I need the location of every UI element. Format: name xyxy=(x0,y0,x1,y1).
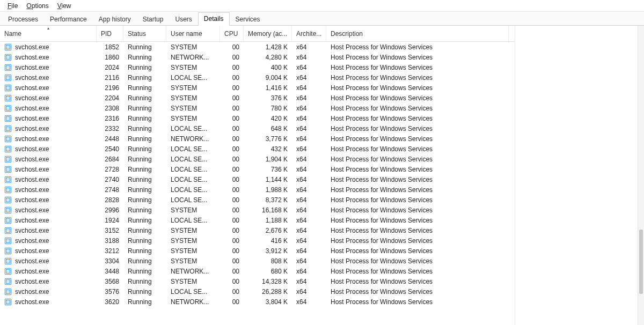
svg-rect-45 xyxy=(6,269,10,273)
col-header-name[interactable]: ▴Name xyxy=(0,26,97,41)
cell-desc-text: Host Process for Windows Services xyxy=(331,145,433,153)
cell-arch: x64 xyxy=(292,186,326,194)
cell-pid-text: 3576 xyxy=(105,288,119,296)
cell-status-text: Running xyxy=(128,125,152,132)
cell-name: svchost.exe xyxy=(0,206,97,214)
tab-processes[interactable]: Processes xyxy=(2,13,44,26)
table-row[interactable]: svchost.exe1860RunningNETWORK...004,280 … xyxy=(0,52,515,62)
cell-cpu-text: 00 xyxy=(232,166,239,173)
scrollbar-thumb[interactable] xyxy=(639,230,643,294)
table-row[interactable]: svchost.exe2024RunningSYSTEM00400 Kx64Ho… xyxy=(0,62,515,72)
cell-status-text: Running xyxy=(128,54,152,61)
tab-details[interactable]: Details xyxy=(198,12,230,26)
cell-user: SYSTEM xyxy=(166,115,220,122)
table-row[interactable]: svchost.exe2828RunningLOCAL SE...008,372… xyxy=(0,195,515,205)
table-row[interactable]: svchost.exe2740RunningLOCAL SE...001,144… xyxy=(0,174,515,184)
cell-pid: 2684 xyxy=(97,156,123,163)
table-row[interactable]: svchost.exe2116RunningLOCAL SE...009,004… xyxy=(0,72,515,83)
process-icon xyxy=(4,156,12,163)
table-row[interactable]: svchost.exe1924RunningLOCAL SE...001,188… xyxy=(0,215,515,225)
menu-view[interactable]: View xyxy=(53,1,76,11)
cell-arch-text: x64 xyxy=(296,257,306,265)
table-row[interactable]: svchost.exe2196RunningSYSTEM001,416 Kx64… xyxy=(0,83,515,93)
col-header-user[interactable]: User name xyxy=(166,26,220,41)
table-row[interactable]: svchost.exe2996RunningSYSTEM0016,168 Kx6… xyxy=(0,205,515,215)
cell-pid: 3448 xyxy=(97,268,123,275)
cell-name-text: svchost.exe xyxy=(15,268,49,275)
cell-desc-text: Host Process for Windows Services xyxy=(331,43,433,51)
cell-user: LOCAL SE... xyxy=(166,196,220,204)
table-row[interactable]: svchost.exe3620RunningNETWORK...003,804 … xyxy=(0,297,515,307)
tab-performance[interactable]: Performance xyxy=(44,13,93,26)
process-icon xyxy=(4,237,12,245)
process-rows[interactable]: svchost.exe1852RunningSYSTEM001,428 Kx64… xyxy=(0,42,515,325)
cell-mem-text: 1,428 K xyxy=(266,43,288,51)
cell-status: Running xyxy=(123,206,166,214)
col-header-arch[interactable]: Archite... xyxy=(292,26,326,41)
cell-user: NETWORK... xyxy=(166,135,220,143)
menu-file[interactable]: File xyxy=(3,1,22,11)
cell-arch-text: x64 xyxy=(296,298,306,306)
cell-cpu: 00 xyxy=(220,257,244,265)
cell-name: svchost.exe xyxy=(0,227,97,234)
cell-pid: 2448 xyxy=(97,135,123,143)
cell-name: svchost.exe xyxy=(0,217,97,224)
cell-status-text: Running xyxy=(128,176,152,183)
cell-user-text: LOCAL SE... xyxy=(171,125,207,132)
tab-services[interactable]: Services xyxy=(230,13,266,26)
cell-status-text: Running xyxy=(128,115,152,122)
svg-rect-29 xyxy=(6,188,10,191)
cell-arch: x64 xyxy=(292,247,326,255)
table-row[interactable]: svchost.exe2748RunningLOCAL SE...001,988… xyxy=(0,184,515,195)
vertical-scrollbar[interactable] xyxy=(638,26,644,325)
cell-desc: Host Process for Windows Services xyxy=(326,247,509,255)
table-row[interactable]: svchost.exe2332RunningLOCAL SE...00648 K… xyxy=(0,123,515,134)
table-row[interactable]: svchost.exe1852RunningSYSTEM001,428 Kx64… xyxy=(0,42,515,52)
cell-pid-text: 2996 xyxy=(105,206,119,214)
table-row[interactable]: svchost.exe3188RunningSYSTEM00416 Kx64Ho… xyxy=(0,235,515,246)
cell-user: LOCAL SE... xyxy=(166,156,220,163)
table-row[interactable]: svchost.exe2684RunningLOCAL SE...001,904… xyxy=(0,154,515,164)
cell-status: Running xyxy=(123,145,166,153)
cell-cpu: 00 xyxy=(220,196,244,204)
cell-cpu: 00 xyxy=(220,217,244,224)
table-row[interactable]: svchost.exe2540RunningLOCAL SE...00432 K… xyxy=(0,144,515,154)
cell-mem: 1,144 K xyxy=(244,176,292,183)
col-header-cpu[interactable]: CPU xyxy=(220,26,244,41)
table-row[interactable]: svchost.exe3212RunningSYSTEM003,912 Kx64… xyxy=(0,246,515,256)
cell-desc-text: Host Process for Windows Services xyxy=(331,247,433,255)
cell-mem: 376 K xyxy=(244,94,292,102)
cell-desc: Host Process for Windows Services xyxy=(326,94,509,102)
table-row[interactable]: svchost.exe3304RunningSYSTEM00808 Kx64Ho… xyxy=(0,256,515,266)
table-row[interactable]: svchost.exe3568RunningSYSTEM0014,328 Kx6… xyxy=(0,276,515,286)
table-row[interactable]: svchost.exe2728RunningLOCAL SE...00736 K… xyxy=(0,164,515,174)
tab-label: Users xyxy=(175,16,192,23)
cell-arch: x64 xyxy=(292,156,326,163)
cell-pid-text: 2828 xyxy=(105,196,119,204)
tab-app-history[interactable]: App history xyxy=(93,13,137,26)
col-header-desc[interactable]: Description xyxy=(326,26,509,41)
tab-users[interactable]: Users xyxy=(169,13,197,26)
menu-options[interactable]: Options xyxy=(22,1,53,11)
table-row[interactable]: svchost.exe2316RunningSYSTEM00420 Kx64Ho… xyxy=(0,113,515,123)
cell-status-text: Running xyxy=(128,257,152,265)
svg-rect-11 xyxy=(6,96,10,100)
cell-user: SYSTEM xyxy=(166,84,220,92)
cell-user-text: SYSTEM xyxy=(171,64,197,71)
cell-arch: x64 xyxy=(292,125,326,132)
table-row[interactable]: svchost.exe2308RunningSYSTEM00780 Kx64Ho… xyxy=(0,103,515,113)
cell-desc-text: Host Process for Windows Services xyxy=(331,115,433,122)
cell-mem-text: 432 K xyxy=(271,145,288,153)
col-header-mem[interactable]: Memory (ac... xyxy=(244,26,292,41)
col-header-status[interactable]: Status xyxy=(123,26,166,41)
tab-startup[interactable]: Startup xyxy=(137,13,170,26)
table-row[interactable]: svchost.exe2448RunningNETWORK...003,776 … xyxy=(0,134,515,144)
cell-mem-text: 808 K xyxy=(271,257,288,265)
cell-name-text: svchost.exe xyxy=(15,257,49,265)
col-header-pid[interactable]: PID xyxy=(97,26,123,41)
cell-user-text: SYSTEM xyxy=(171,206,197,214)
table-row[interactable]: svchost.exe3152RunningSYSTEM002,676 Kx64… xyxy=(0,225,515,235)
table-row[interactable]: svchost.exe3448RunningNETWORK...00680 Kx… xyxy=(0,266,515,276)
table-row[interactable]: svchost.exe3576RunningLOCAL SE...0026,28… xyxy=(0,286,515,297)
table-row[interactable]: svchost.exe2204RunningSYSTEM00376 Kx64Ho… xyxy=(0,93,515,103)
